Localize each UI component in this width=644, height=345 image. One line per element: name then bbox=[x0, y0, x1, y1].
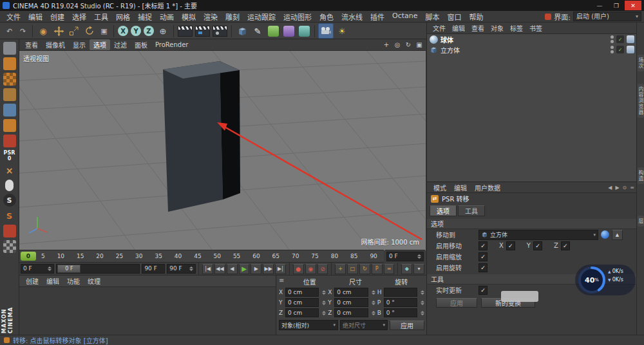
menu-item[interactable]: 渲染 bbox=[200, 11, 222, 23]
snap-button[interactable]: S bbox=[3, 194, 16, 207]
stepper-icon[interactable] bbox=[372, 290, 375, 295]
panel-menu-icon[interactable]: ≡ bbox=[630, 185, 634, 191]
render-settings-button[interactable] bbox=[213, 26, 227, 37]
options-section-header[interactable]: 选项 bbox=[427, 219, 637, 229]
workplane-mode-button[interactable] bbox=[3, 88, 16, 101]
move-tool[interactable] bbox=[52, 24, 66, 38]
menu-item[interactable]: 创建 bbox=[46, 11, 68, 23]
position-y-field[interactable]: 0 cm bbox=[285, 298, 319, 307]
phong-tag-icon[interactable] bbox=[627, 35, 634, 43]
stepper-icon[interactable] bbox=[322, 311, 326, 315]
close-button[interactable]: ✕ bbox=[625, 1, 641, 10]
next-key-button[interactable]: ▶▶ bbox=[263, 264, 274, 274]
toggle-view-icon[interactable]: ▣ bbox=[415, 41, 424, 50]
add-environment-button[interactable] bbox=[297, 24, 311, 38]
checker-tool-button[interactable] bbox=[3, 240, 16, 253]
menu-item[interactable]: 编辑 bbox=[24, 11, 46, 23]
history-forward-icon[interactable]: ▶ bbox=[615, 185, 619, 191]
menu-item[interactable]: 选择 bbox=[68, 11, 90, 23]
polygons-mode-button[interactable] bbox=[3, 135, 16, 147]
stepper-icon[interactable] bbox=[421, 311, 424, 315]
tab-userdata[interactable]: 用户数据 bbox=[471, 182, 504, 193]
object-manager-tab[interactable]: 查看 bbox=[468, 23, 488, 33]
visibility-dots-icon[interactable] bbox=[611, 46, 614, 53]
render-view-button[interactable] bbox=[178, 26, 193, 37]
stepper-icon[interactable] bbox=[322, 290, 326, 295]
phong-tag-icon[interactable] bbox=[627, 46, 634, 53]
stepper-icon[interactable] bbox=[48, 266, 52, 271]
start-frame-field[interactable]: 0 F bbox=[21, 264, 54, 274]
menu-item[interactable]: 脚本 bbox=[422, 11, 444, 23]
slider-handle[interactable]: 0 F bbox=[57, 265, 80, 273]
stepper-icon[interactable] bbox=[421, 290, 424, 295]
enable-rotation-checkbox[interactable]: ✓ bbox=[478, 263, 488, 272]
add-cube-button[interactable] bbox=[235, 24, 249, 38]
menu-item[interactable]: 网格 bbox=[112, 11, 134, 23]
end-frame-field[interactable]: 90 F bbox=[167, 264, 196, 274]
apply-coordinates-button[interactable]: 应用 bbox=[390, 321, 424, 330]
keyframe-presets-button[interactable]: ◆ bbox=[401, 264, 412, 274]
tab-structure[interactable]: 构造 bbox=[638, 167, 644, 184]
stepper-icon[interactable] bbox=[421, 301, 424, 305]
key-rotation-toggle[interactable]: ↻ bbox=[359, 264, 370, 274]
timeline-slider[interactable]: 0 F bbox=[56, 264, 140, 274]
key-pla-toggle[interactable]: ≡ bbox=[384, 264, 395, 274]
tab-edit[interactable]: 编辑 bbox=[450, 182, 471, 193]
enable-tick-icon[interactable]: ✓ bbox=[616, 35, 624, 43]
history-back-icon[interactable]: ◀ bbox=[608, 185, 612, 191]
x-axis-lock-button[interactable]: X bbox=[118, 26, 128, 36]
interface-dropdown[interactable]: 启动 (用户) ▾ bbox=[573, 12, 641, 21]
overlay-progress-ring[interactable]: 40% bbox=[578, 266, 606, 294]
zoom-view-icon[interactable]: ◎ bbox=[393, 41, 402, 50]
position-z-field[interactable]: 0 cm bbox=[285, 308, 319, 317]
live-selection-tool[interactable]: ◉ bbox=[36, 24, 50, 38]
add-deformer-button[interactable] bbox=[281, 24, 296, 38]
add-camera-button[interactable] bbox=[318, 23, 334, 39]
tab-mode[interactable]: 模式 bbox=[430, 182, 450, 193]
stepper-icon[interactable] bbox=[372, 301, 375, 305]
prev-frame-button[interactable]: ◀ bbox=[227, 264, 238, 274]
keyframe-selection-button[interactable]: ⊘ bbox=[317, 264, 328, 274]
redo-button[interactable]: ↷ bbox=[17, 25, 29, 37]
animation-options-button[interactable]: ▾ bbox=[413, 264, 424, 274]
rotation-h-field[interactable] bbox=[384, 288, 417, 297]
viewport-menu-panel[interactable]: 面板 bbox=[131, 39, 151, 50]
add-light-button[interactable]: ☀ bbox=[335, 24, 349, 38]
prev-key-button[interactable]: ◀◀ bbox=[214, 264, 225, 274]
position-x-field[interactable]: 0 cm bbox=[285, 288, 319, 297]
viewport-canvas[interactable]: 透视视图 网格间距: 1000 cm bbox=[19, 51, 426, 250]
size-y-field[interactable]: 0 cm bbox=[334, 298, 368, 307]
goto-end-button[interactable]: ▶| bbox=[275, 264, 286, 274]
object-manager-tab[interactable]: 编辑 bbox=[449, 23, 468, 33]
record-keyframe-button[interactable]: ● bbox=[293, 264, 304, 274]
key-scale-toggle[interactable]: □ bbox=[347, 264, 358, 274]
coordinate-system-button[interactable]: ⊕ bbox=[156, 24, 170, 38]
next-frame-button[interactable]: ▶ bbox=[251, 264, 261, 274]
stepper-icon[interactable] bbox=[189, 266, 193, 271]
overlay-handle[interactable] bbox=[501, 291, 538, 302]
object-row-cube[interactable]: 立方体 ✓ bbox=[427, 44, 637, 55]
menu-item[interactable]: 动画 bbox=[156, 11, 178, 23]
spline-snap-button[interactable]: S bbox=[3, 209, 16, 222]
autokey-button[interactable]: ◉ bbox=[305, 264, 316, 274]
paint-tool-button[interactable] bbox=[3, 225, 16, 238]
minimize-button[interactable]: — bbox=[591, 1, 608, 10]
menu-item[interactable]: Octane bbox=[388, 11, 422, 23]
rotation-p-field[interactable]: 0 ° bbox=[384, 298, 417, 307]
last-tool-button[interactable]: ▣ bbox=[98, 25, 110, 37]
move-y-checkbox[interactable]: ✓ bbox=[533, 241, 542, 250]
rotate-view-icon[interactable]: ↻ bbox=[404, 41, 413, 50]
realtime-update-checkbox[interactable]: ✓ bbox=[478, 286, 488, 295]
scale-tool[interactable] bbox=[67, 24, 81, 38]
timeline-ruler[interactable]: 0 51015202530354045505560657075808590 bbox=[19, 250, 384, 263]
apply-button[interactable]: 应用 bbox=[436, 298, 477, 308]
size-z-field[interactable]: 0 cm bbox=[334, 308, 368, 317]
menu-item[interactable]: 模拟 bbox=[178, 11, 200, 23]
object-manager-tab[interactable]: 书签 bbox=[526, 23, 545, 33]
material-menu-item[interactable]: 创建 bbox=[22, 275, 43, 286]
menu-item[interactable]: 窗口 bbox=[444, 11, 466, 23]
stepper-icon[interactable] bbox=[372, 311, 375, 315]
menu-item[interactable]: 捕捉 bbox=[134, 11, 156, 23]
psr-tool-icon[interactable]: PSR 0 bbox=[4, 150, 15, 162]
menu-item[interactable]: 雕刻 bbox=[222, 11, 243, 23]
